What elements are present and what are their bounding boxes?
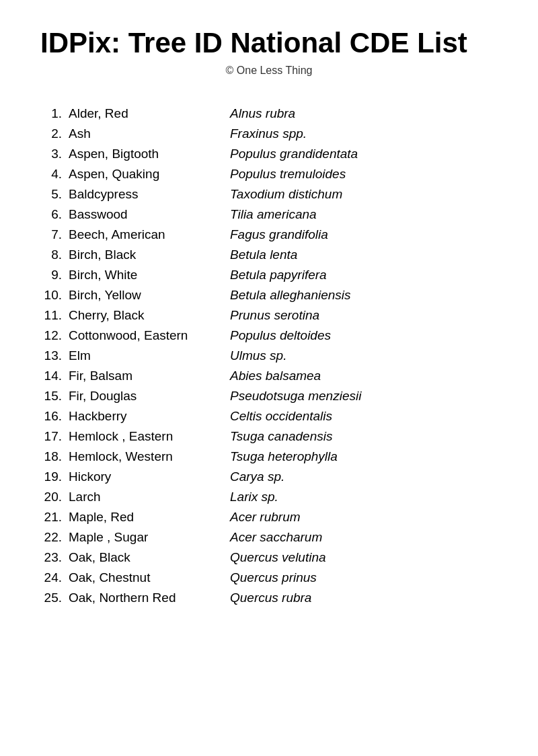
item-scientific-name: Quercus velutina: [223, 550, 326, 565]
item-common-name: Hemlock, Western: [69, 449, 223, 464]
item-common-name: Beech, American: [69, 227, 223, 242]
item-number: 16.: [40, 409, 69, 424]
item-common-name: Cottonwood, Eastern: [69, 328, 223, 343]
item-scientific-name: Populus grandidentata: [223, 147, 358, 161]
list-item: 3.Aspen, BigtoothPopulus grandidentata: [40, 144, 498, 164]
item-common-name: Birch, Yellow: [69, 288, 223, 303]
item-common-name: Oak, Chestnut: [69, 570, 223, 585]
item-common-name: Birch, White: [69, 268, 223, 282]
list-item: 9.Birch, WhiteBetula papyrifera: [40, 265, 498, 285]
list-item: 4.Aspen, QuakingPopulus tremuloides: [40, 164, 498, 184]
item-number: 13.: [40, 348, 69, 363]
item-number: 3.: [40, 147, 69, 161]
item-number: 24.: [40, 570, 69, 585]
item-number: 22.: [40, 530, 69, 545]
item-number: 2.: [40, 126, 69, 141]
list-item: 11.Cherry, BlackPrunus serotina: [40, 305, 498, 326]
item-scientific-name: Tsuga canadensis: [223, 429, 332, 444]
item-common-name: Alder, Red: [69, 106, 223, 121]
list-item: 6.BasswoodTilia americana: [40, 204, 498, 225]
item-common-name: Aspen, Quaking: [69, 167, 223, 182]
item-number: 4.: [40, 167, 69, 182]
item-scientific-name: Celtis occidentalis: [223, 409, 332, 424]
item-number: 15.: [40, 389, 69, 404]
list-item: 8.Birch, BlackBetula lenta: [40, 245, 498, 265]
item-number: 6.: [40, 207, 69, 222]
item-number: 11.: [40, 308, 69, 323]
page-title: IDPix: Tree ID National CDE List: [40, 27, 498, 59]
page-subtitle: © One Less Thing: [40, 65, 498, 77]
item-scientific-name: Prunus serotina: [223, 308, 319, 323]
item-number: 1.: [40, 106, 69, 121]
item-number: 21.: [40, 510, 69, 525]
list-item: 25.Oak, Northern RedQuercus rubra: [40, 588, 498, 608]
list-item: 20.LarchLarix sp.: [40, 487, 498, 507]
item-number: 20.: [40, 490, 69, 504]
item-scientific-name: Populus deltoides: [223, 328, 331, 343]
list-item: 16.HackberryCeltis occidentalis: [40, 406, 498, 426]
item-common-name: Hickory: [69, 469, 223, 484]
list-item: 13.ElmUlmus sp.: [40, 346, 498, 366]
item-scientific-name: Fagus grandifolia: [223, 227, 328, 242]
item-scientific-name: Carya sp.: [223, 469, 284, 484]
item-scientific-name: Tilia americana: [223, 207, 317, 222]
item-scientific-name: Betula alleghaniensis: [223, 288, 351, 303]
item-common-name: Oak, Black: [69, 550, 223, 565]
list-item: 1.Alder, RedAlnus rubra: [40, 104, 498, 124]
item-number: 25.: [40, 591, 69, 605]
list-item: 24.Oak, ChestnutQuercus prinus: [40, 568, 498, 588]
item-common-name: Aspen, Bigtooth: [69, 147, 223, 161]
item-common-name: Ash: [69, 126, 223, 141]
item-common-name: Birch, Black: [69, 248, 223, 262]
list-item: 21.Maple, RedAcer rubrum: [40, 507, 498, 527]
item-common-name: Fir, Douglas: [69, 389, 223, 404]
item-scientific-name: Populus tremuloides: [223, 167, 346, 182]
list-item: 17.Hemlock , EasternTsuga canadensis: [40, 426, 498, 447]
item-number: 8.: [40, 248, 69, 262]
item-common-name: Baldcypress: [69, 187, 223, 202]
item-scientific-name: Tsuga heterophylla: [223, 449, 338, 464]
item-number: 7.: [40, 227, 69, 242]
item-number: 9.: [40, 268, 69, 282]
item-common-name: Fir, Balsam: [69, 369, 223, 383]
item-number: 18.: [40, 449, 69, 464]
list-item: 2.AshFraxinus spp.: [40, 124, 498, 144]
item-common-name: Larch: [69, 490, 223, 504]
item-common-name: Cherry, Black: [69, 308, 223, 323]
item-common-name: Hackberry: [69, 409, 223, 424]
list-item: 5.BaldcypressTaxodium distichum: [40, 184, 498, 204]
list-item: 14.Fir, BalsamAbies balsamea: [40, 366, 498, 386]
item-scientific-name: Taxodium distichum: [223, 187, 342, 202]
item-scientific-name: Betula lenta: [223, 248, 297, 262]
item-scientific-name: Quercus rubra: [223, 591, 311, 605]
item-number: 23.: [40, 550, 69, 565]
item-number: 17.: [40, 429, 69, 444]
item-common-name: Basswood: [69, 207, 223, 222]
item-common-name: Maple, Red: [69, 510, 223, 525]
list-item: 15.Fir, DouglasPseudotsuga menziesii: [40, 386, 498, 406]
item-scientific-name: Pseudotsuga menziesii: [223, 389, 361, 404]
list-item: 22.Maple , SugarAcer saccharum: [40, 527, 498, 547]
item-scientific-name: Alnus rubra: [223, 106, 295, 121]
item-scientific-name: Larix sp.: [223, 490, 278, 504]
list-item: 23.Oak, BlackQuercus velutina: [40, 547, 498, 568]
item-number: 10.: [40, 288, 69, 303]
tree-list: 1.Alder, RedAlnus rubra2.AshFraxinus spp…: [40, 104, 498, 608]
item-common-name: Maple , Sugar: [69, 530, 223, 545]
item-common-name: Hemlock , Eastern: [69, 429, 223, 444]
list-item: 18.Hemlock, WesternTsuga heterophylla: [40, 447, 498, 467]
list-item: 10.Birch, YellowBetula alleghaniensis: [40, 285, 498, 305]
item-scientific-name: Acer saccharum: [223, 530, 322, 545]
list-item: 12.Cottonwood, EasternPopulus deltoides: [40, 326, 498, 346]
item-number: 14.: [40, 369, 69, 383]
item-number: 12.: [40, 328, 69, 343]
list-item: 19.HickoryCarya sp.: [40, 467, 498, 487]
item-number: 5.: [40, 187, 69, 202]
item-scientific-name: Ulmus sp.: [223, 348, 286, 363]
item-number: 19.: [40, 469, 69, 484]
item-scientific-name: Abies balsamea: [223, 369, 321, 383]
item-common-name: Oak, Northern Red: [69, 591, 223, 605]
item-common-name: Elm: [69, 348, 223, 363]
item-scientific-name: Betula papyrifera: [223, 268, 327, 282]
item-scientific-name: Acer rubrum: [223, 510, 301, 525]
